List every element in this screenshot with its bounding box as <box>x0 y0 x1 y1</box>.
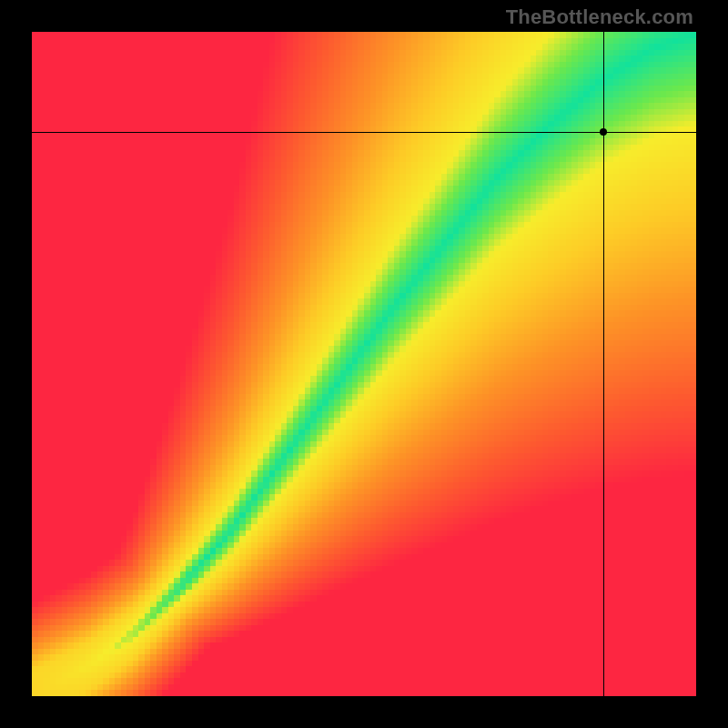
selection-marker[interactable] <box>600 128 607 136</box>
crosshair-horizontal <box>32 132 696 133</box>
heatmap-plot <box>32 32 696 696</box>
chart-frame: TheBottleneck.com <box>0 0 728 728</box>
watermark-text: TheBottleneck.com <box>506 5 693 29</box>
